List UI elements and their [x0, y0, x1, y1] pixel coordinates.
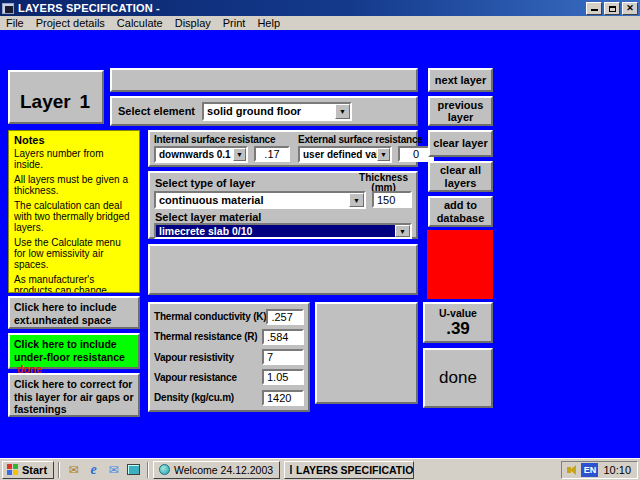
thermal-resistance-field[interactable]: .584 — [262, 329, 304, 345]
show-desktop-icon[interactable] — [126, 462, 141, 477]
density-field[interactable]: 1420 — [262, 390, 304, 406]
layer-material-dropdown[interactable]: limecrete slab 0/10 ▼ — [154, 223, 412, 239]
blank-panel-right — [315, 302, 418, 404]
speaker-icon[interactable] — [567, 465, 576, 475]
include-under-floor-resistance-button[interactable]: Click here to include under-floor resist… — [8, 333, 140, 369]
blank-panel-top — [110, 68, 418, 92]
correct-air-gaps-button[interactable]: Click here to correct for this layer for… — [8, 373, 140, 417]
chevron-down-icon[interactable]: ▼ — [233, 148, 246, 161]
vapour-resistance-label: Vapour resistance — [154, 372, 237, 383]
property-row: Vapour resistivity 7 — [154, 348, 304, 367]
type-of-layer-value: continuous material — [156, 193, 349, 207]
previous-layer-button[interactable]: previous layer — [428, 96, 493, 126]
thermal-conductivity-label: Thermal conductivity (K) — [154, 311, 266, 322]
notes-paragraph: All layers must be given a thickness. — [14, 174, 134, 196]
start-button[interactable]: Start — [2, 461, 54, 479]
internal-surface-value-field[interactable]: .17 — [254, 146, 290, 162]
taskbar-clock[interactable]: 10:10 — [603, 464, 631, 476]
type-of-layer-label: Select type of layer — [155, 177, 255, 189]
client-area: Layer 1 Select element solid ground floo… — [0, 30, 640, 458]
ie-icon[interactable]: e — [86, 462, 101, 477]
layer-material-value: limecrete slab 0/10 — [156, 225, 395, 237]
vapour-resistivity-field[interactable]: 7 — [262, 349, 304, 365]
vapour-resistivity-label: Vapour resistivity — [154, 352, 234, 363]
restore-icon — [609, 6, 616, 12]
notes-paragraph: The calculation can deal with two therma… — [14, 200, 134, 233]
u-value-label: U-value — [439, 307, 477, 319]
clear-layer-button[interactable]: clear layer — [428, 130, 493, 157]
layers-task-label: LAYERS SPECIFICATIO... — [296, 464, 414, 476]
close-button[interactable]: ✕ — [622, 2, 638, 15]
minimize-icon — [591, 4, 598, 11]
internal-surface-dropdown[interactable]: downwards 0.1 ▼ — [154, 146, 248, 163]
chevron-down-icon[interactable]: ▼ — [377, 148, 390, 161]
monitor-glyph — [127, 464, 140, 475]
select-element-dropdown[interactable]: solid ground floor ▼ — [202, 102, 352, 121]
under-floor-button-label: Click here to include under-floor resist… — [14, 338, 125, 363]
layer-label: Layer — [20, 91, 71, 113]
menubar: File Project details Calculate Display P… — [0, 16, 640, 30]
property-row: Thermal conductivity (K) .257 — [154, 307, 304, 326]
outlook-icon[interactable]: ✉ — [66, 462, 81, 477]
start-label: Start — [22, 464, 47, 476]
layer-type-panel: Select type of layer Thickness (mm) cont… — [148, 171, 418, 239]
property-row: Vapour resistance 1.05 — [154, 368, 304, 387]
notes-title: Notes — [14, 134, 134, 146]
vapour-resistance-field[interactable]: 1.05 — [262, 369, 304, 385]
surface-resistance-panel: Internal surface resistance downwards 0.… — [148, 130, 418, 167]
thickness-field[interactable]: 150 — [372, 191, 412, 208]
add-to-database-button[interactable]: add to database — [428, 196, 493, 227]
welcome-task-label: Welcome 24.12.2003 — [174, 464, 273, 476]
window-controls: ✕ — [586, 2, 638, 15]
app-icon — [2, 3, 14, 14]
restore-button[interactable] — [604, 2, 620, 15]
density-label: Density (kg/cu.m) — [154, 392, 234, 403]
red-indicator-box — [427, 230, 493, 299]
internal-surface-column: Internal surface resistance downwards 0.… — [154, 134, 290, 163]
blank-panel-middle — [148, 244, 418, 295]
task-button-layers-specification[interactable]: LAYERS SPECIFICATIO... — [284, 461, 414, 479]
notes-paragraph: Use the Calculate menu for low emissivit… — [14, 237, 134, 270]
titlebar: LAYERS SPECIFICATION - ✕ — [0, 0, 640, 16]
task-button-welcome[interactable]: Welcome 24.12.2003 — [153, 461, 280, 479]
type-of-layer-dropdown[interactable]: continuous material ▼ — [154, 191, 366, 209]
internal-surface-option: downwards 0.1 — [156, 148, 233, 161]
property-row: Density (kg/cu.m) 1420 — [154, 388, 304, 407]
chevron-down-icon[interactable]: ▼ — [335, 104, 350, 119]
external-surface-dropdown[interactable]: user defined val ▼ — [298, 146, 392, 163]
chevron-down-icon[interactable]: ▼ — [395, 225, 410, 237]
system-tray: EN 10:10 — [561, 461, 638, 479]
menu-print[interactable]: Print — [217, 17, 252, 29]
thermal-conductivity-field[interactable]: .257 — [266, 309, 304, 325]
notes-panel: Notes Layers number from inside. All lay… — [8, 130, 140, 293]
done-button[interactable]: done — [423, 348, 493, 408]
quick-launch-bar: ✉ e ✉ — [64, 462, 143, 477]
speaker-cone-glyph — [570, 465, 576, 475]
include-ext-unheated-space-button[interactable]: Click here to include ext.unheated space — [8, 296, 140, 329]
select-element-label: Select element — [118, 105, 195, 117]
menu-help[interactable]: Help — [251, 17, 286, 29]
layer-number: 1 — [79, 91, 90, 113]
window-title: LAYERS SPECIFICATION - — [18, 2, 160, 14]
next-layer-button[interactable]: next layer — [428, 68, 493, 92]
thickness-label: Thickness (mm) — [359, 173, 408, 193]
notes-paragraph: As manufacturer's products can change wi… — [14, 274, 134, 293]
menu-project-details[interactable]: Project details — [30, 17, 111, 29]
language-indicator[interactable]: EN — [581, 463, 598, 477]
external-surface-column: External surface resistance user defined… — [298, 134, 434, 163]
select-element-value: solid ground floor — [204, 104, 335, 119]
u-value-number: .39 — [446, 319, 470, 339]
outlook-express-icon[interactable]: ✉ — [106, 462, 121, 477]
minimize-button[interactable] — [586, 2, 602, 15]
material-properties-panel: Thermal conductivity (K) .257 Thermal re… — [148, 302, 310, 412]
menu-display[interactable]: Display — [169, 17, 217, 29]
clear-all-layers-button[interactable]: clear all layers — [428, 161, 493, 192]
chevron-down-icon[interactable]: ▼ — [349, 193, 364, 207]
taskbar-divider — [58, 462, 60, 478]
select-element-panel: Select element solid ground floor ▼ — [110, 96, 418, 126]
internal-surface-label: Internal surface resistance — [154, 134, 290, 145]
menu-calculate[interactable]: Calculate — [111, 17, 169, 29]
taskbar-divider — [147, 462, 149, 478]
property-row: Thermal resistance (R) .584 — [154, 327, 304, 346]
menu-file[interactable]: File — [0, 17, 30, 29]
